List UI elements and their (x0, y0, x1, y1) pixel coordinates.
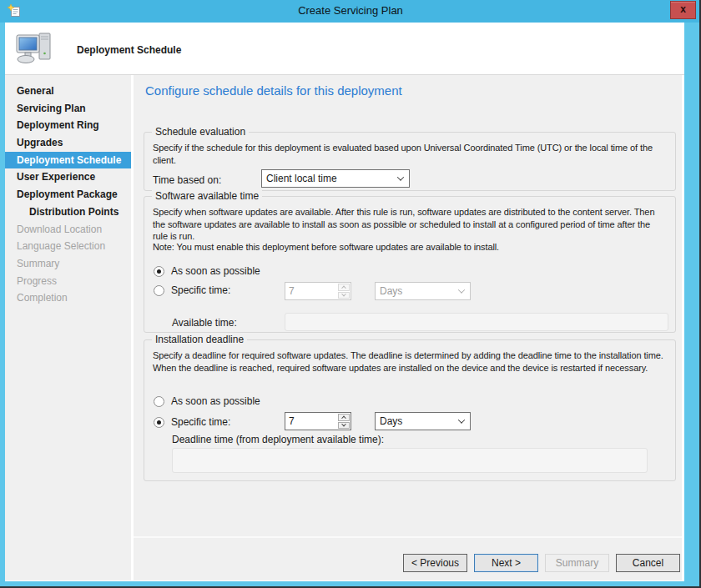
deadline-specific-radio[interactable] (154, 417, 164, 428)
close-button[interactable]: x (670, 1, 696, 19)
title-bar[interactable]: Create Servicing Plan x (0, 0, 701, 23)
deadline-amount-spinner[interactable]: 7 (285, 412, 351, 430)
wizard-page: Configure schedule details for this depl… (134, 75, 682, 536)
chevron-up-icon (341, 286, 346, 291)
group-label: Schedule evaluation (152, 126, 249, 138)
next-button[interactable]: Next > (474, 554, 538, 572)
deadline-time-value-field (172, 448, 648, 473)
group-label: Installation deadline (152, 334, 247, 346)
page-header-title: Deployment Schedule (77, 44, 181, 56)
schedule-evaluation-description: Specify if the schedule for this deploym… (153, 142, 665, 166)
dialog-shell: Deployment Schedule General Servicing Pl… (5, 23, 684, 581)
available-specific-option[interactable]: Specific time: (154, 284, 230, 296)
sidebar-item-user-experience[interactable]: User Experience (5, 168, 131, 186)
group-software-available-time: Software available time Specify when sof… (144, 196, 676, 333)
computer-icon (15, 30, 55, 70)
chevron-down-icon (341, 422, 346, 427)
deadline-asap-option[interactable]: As soon as possible (154, 395, 260, 407)
sidebar-item-progress: Progress (5, 273, 131, 290)
group-schedule-evaluation: Schedule evaluation Specify if the sched… (144, 132, 676, 191)
group-label: Software available time (152, 190, 262, 203)
available-time-value-field (285, 313, 668, 331)
sidebar-item-language-selection: Language Selection (5, 238, 131, 255)
installation-deadline-description: Specify a deadline for required software… (153, 349, 665, 374)
time-based-on-value: Client local time (266, 173, 337, 184)
sidebar-item-download-location: Download Location (5, 221, 131, 239)
chevron-down-icon (341, 292, 346, 297)
summary-button: Summary (545, 554, 609, 572)
software-available-note: Note: You must enable this deployment be… (153, 241, 665, 254)
wizard-steps-sidebar: General Servicing Plan Deployment Ring U… (5, 75, 131, 580)
sidebar-item-completion: Completion (5, 289, 131, 307)
sidebar-item-servicing-plan[interactable]: Servicing Plan (5, 100, 131, 118)
group-installation-deadline: Installation deadline Specify a deadline… (144, 339, 676, 481)
spin-up-button (338, 284, 350, 291)
window-title: Create Servicing Plan (0, 4, 701, 17)
available-time-label: Available time: (172, 317, 237, 329)
available-specific-radio[interactable] (154, 285, 164, 296)
software-available-description: Specify when software updates are availa… (153, 206, 665, 243)
deadline-asap-radio[interactable] (154, 396, 164, 407)
previous-button[interactable]: < Previous (403, 554, 467, 572)
sidebar-item-deployment-package[interactable]: Deployment Package (5, 186, 131, 204)
deadline-specific-option[interactable]: Specific time: (154, 416, 230, 428)
deadline-unit-select[interactable]: Days (375, 412, 471, 430)
chevron-up-icon (341, 416, 346, 421)
available-asap-radio[interactable] (154, 266, 164, 277)
wizard-footer: < Previous Next > Summary Cancel (134, 536, 682, 580)
spin-down-button (338, 292, 350, 299)
sidebar-item-upgrades[interactable]: Upgrades (5, 134, 131, 152)
time-based-on-select[interactable]: Client local time (261, 169, 410, 188)
sidebar-item-distribution-points[interactable]: Distribution Points (5, 204, 131, 221)
sidebar-item-summary: Summary (5, 255, 131, 273)
available-time-unit-select: Days (375, 282, 471, 300)
sidebar-item-deployment-ring[interactable]: Deployment Ring (5, 117, 131, 134)
wizard-header: Deployment Schedule (5, 23, 684, 75)
create-servicing-plan-window: Create Servicing Plan x (0, 0, 701, 588)
deadline-time-label: Deadline time (from deployment available… (172, 434, 384, 445)
sidebar-item-general[interactable]: General (5, 83, 131, 100)
sidebar-item-deployment-schedule[interactable]: Deployment Schedule (5, 152, 131, 169)
time-based-on-label: Time based on: (153, 174, 221, 186)
available-time-amount-spinner: 7 (285, 282, 351, 300)
spin-up-button[interactable] (338, 414, 350, 421)
spin-down-button[interactable] (338, 422, 350, 430)
chevron-down-icon (458, 416, 465, 423)
chevron-down-icon (397, 173, 404, 180)
available-asap-option[interactable]: As soon as possible (154, 265, 260, 277)
chevron-down-icon (458, 286, 465, 293)
cancel-button[interactable]: Cancel (616, 554, 680, 572)
page-title: Configure schedule details for this depl… (145, 83, 402, 98)
